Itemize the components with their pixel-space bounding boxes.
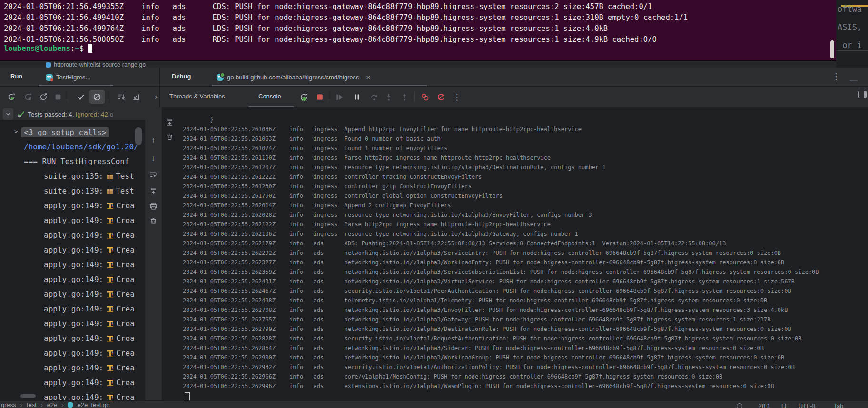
mute-breakpoints-icon[interactable] [436,92,446,102]
pause-icon[interactable] [352,92,362,102]
debug-tab-label: go build github.com/alibaba/higress/cmd/… [227,74,359,81]
more-chevron-icon[interactable]: › [151,92,161,102]
tree-row-text: apply.go:149:Crea [44,319,135,329]
crane-icon [107,261,114,270]
tree-row[interactable]: apply.go:149:Crea [0,319,145,330]
expander-chevron-icon[interactable]: > [14,128,18,135]
test-status-bar: Tests passed: 4, ignored: 42 o [0,107,159,120]
console-log-line: 2024-01-05T06:22:55.262799Z info ads net… [183,326,791,335]
hide-window-icon[interactable]: — [850,76,858,84]
console-log-lines: }2024-01-05T06:22:55.261036Z info ingres… [183,107,868,400]
tree-row[interactable]: apply.go:149:Crea [0,201,145,213]
rerun-debug-icon[interactable] [299,92,308,102]
package-icon [107,173,113,182]
tree-row-text: suite.go:135:Test [44,172,134,182]
tree-horizontal-scrollbar[interactable] [20,394,36,398]
print-icon[interactable] [149,202,158,210]
show-passed-icon[interactable] [76,92,86,102]
tree-row[interactable]: apply.go:149:Crea [0,245,145,257]
tree-row[interactable]: suite.go:135:Test [0,172,145,183]
tree-row[interactable]: suite.go:139:Test [0,186,145,198]
step-out-icon[interactable] [400,92,409,102]
tree-row-text: apply.go:149:Crea [44,304,135,314]
soft-wrap-icon[interactable] [149,170,158,179]
status-bar-item[interactable]: Tab [834,403,843,408]
clear-all-icon[interactable] [166,133,174,141]
terminal-scrollbar[interactable] [830,40,834,58]
ignored-count: ignored: 42 [74,111,108,118]
tree-row[interactable]: apply.go:149:Crea [0,363,145,375]
notification-icon[interactable] [737,403,742,408]
status-bar-item[interactable]: UTF-8 [799,403,815,408]
status-bar-item[interactable]: LF [781,403,789,408]
go-build-gopher-icon [217,74,224,81]
navigate-down-left-icon[interactable] [131,92,141,102]
clear-all-icon[interactable] [149,217,158,225]
console-log-line: 2024-01-05T06:22:55.262292Z info ads net… [183,250,781,259]
crane-icon [107,202,114,211]
resume-icon[interactable] [335,92,344,102]
tree-row[interactable]: apply.go:149:Crea [0,349,145,360]
tree-row-text: apply.go:149:Crea [44,378,135,388]
tree-row[interactable]: apply.go:149:Crea [0,231,145,242]
scroll-to-end-icon[interactable] [149,186,158,195]
show-ignored-icon[interactable] [92,92,102,102]
go-file-icon [46,62,51,68]
console-log-line: 2024-01-05T06:22:55.261207Z info ingress… [183,164,606,174]
console-log-line: 2024-01-05T06:22:55.262932Z info ads sec… [183,364,795,373]
crane-icon [107,379,114,388]
console-log-line: 2024-01-05T06:22:55.262028Z info ingress… [183,212,592,221]
tree-row[interactable]: /home/loubens/sdk/go1.20/ [0,142,145,154]
editor-text-fragment: or i [838,40,862,50]
editor-tab-strip: httproute-whitelist-source-range.go [0,61,836,68]
tree-row[interactable]: ><3 go setup calls> [0,127,145,139]
more-vertical-icon[interactable]: ⋮ [832,71,840,82]
tree-row-text: <3 go setup calls> [21,127,108,137]
scroll-to-end-icon[interactable] [166,118,174,126]
crane-icon [107,320,114,329]
layout-settings-icon[interactable] [858,91,867,98]
tab-console[interactable]: Console [258,93,281,100]
tree-row[interactable]: apply.go:149:Crea [0,260,145,272]
debug-window-title: Debug [172,73,191,80]
tree-row[interactable]: apply.go:149:Crea [0,275,145,286]
sort-by-duration-icon[interactable] [117,92,126,102]
debug-console[interactable]: }2024-01-05T06:22:55.261036Z info ingres… [162,107,868,400]
step-over-icon[interactable] [369,92,379,102]
scroll-up-icon[interactable]: ↑ [149,136,158,145]
console-log-line: 2024-01-05T06:22:55.262765Z info ads net… [183,316,770,326]
tab-go-build[interactable]: go build github.com/alibaba/higress/cmd/… [217,70,370,84]
tree-row[interactable]: apply.go:149:Crea [0,216,145,227]
active-tab-underline [39,85,113,86]
rerun-failed-icon[interactable] [23,92,33,102]
stop-icon[interactable] [53,92,63,102]
editor-text-fragment: ASIS, [838,22,862,32]
tab-threads-variables[interactable]: Threads & Variables [169,93,225,100]
tree-row[interactable]: apply.go:149:Crea [0,334,145,345]
tree-row-text: apply.go:149:Crea [44,290,135,300]
test-output-tree[interactable]: ><3 go setup calls>/home/loubens/sdk/go1… [0,120,145,400]
rerun-auto-icon[interactable] [39,92,48,102]
tree-row[interactable]: === RUN TestHigressConf [0,157,145,168]
scroll-down-icon[interactable]: ↓ [149,154,158,163]
terminal-window[interactable]: 2024-01-05T06:21:56.499355Z info ads CDS… [0,0,836,61]
step-into-icon[interactable] [384,92,394,102]
terminal-log-lines: 2024-01-05T06:21:56.499355Z info ads CDS… [4,1,688,45]
prompt-user: loubens@loubens [4,44,70,53]
editor-tab-label[interactable]: httproute-whitelist-source-range.go [54,61,146,68]
tree-vertical-scrollbar[interactable] [135,127,142,145]
chevron-down-icon[interactable] [3,108,13,120]
rerun-icon[interactable] [7,92,16,102]
tab-test-higress[interactable]: TestHigres... [46,70,90,84]
tree-row[interactable]: apply.go:149:Crea [0,290,145,301]
stop-icon[interactable] [315,92,325,102]
close-icon[interactable]: × [366,73,371,81]
status-bar-item[interactable]: 20:1 [759,403,770,408]
status-bar: 20:1LFUTF-8Tab [0,401,868,408]
tree-row[interactable]: apply.go:149:Crea [0,378,145,389]
test-console-toolbar: ↑ ↓ [145,120,162,400]
view-breakpoints-icon[interactable] [420,92,430,102]
tree-row[interactable]: apply.go:149:Crea [0,304,145,316]
more-vertical-icon[interactable]: ⋮ [452,92,462,102]
terminal-log-line: 2024-01-05T06:21:56.499764Z info ads LDS… [4,23,688,34]
